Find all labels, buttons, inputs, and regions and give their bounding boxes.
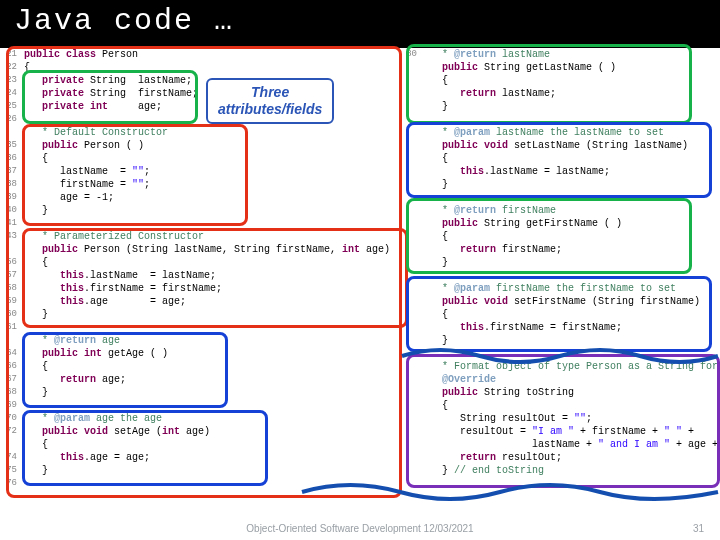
- line-number: 72: [0, 425, 17, 438]
- code-line: public String getLastName ( ): [424, 61, 720, 74]
- line-number: 68: [0, 386, 17, 399]
- line-number: 37: [0, 165, 17, 178]
- line-number: [400, 87, 417, 100]
- code-line: [424, 347, 720, 360]
- line-number: [0, 126, 17, 139]
- line-number: [400, 295, 417, 308]
- line-number: [400, 217, 417, 230]
- line-number: [400, 230, 417, 243]
- line-number: [400, 412, 417, 425]
- line-number: 56: [0, 256, 17, 269]
- code-line: {: [24, 152, 400, 165]
- line-number: 60: [0, 308, 17, 321]
- line-number: [400, 191, 417, 204]
- code-line: {: [24, 61, 400, 74]
- code-line: firstName = "";: [24, 178, 400, 191]
- code-line: public Person ( ): [24, 139, 400, 152]
- code-line: [424, 191, 720, 204]
- line-number: [400, 282, 417, 295]
- line-number: 26: [0, 113, 17, 126]
- line-number: [0, 438, 17, 451]
- line-number: [0, 243, 17, 256]
- line-number: [400, 451, 417, 464]
- code-line: }: [24, 308, 400, 321]
- line-number: 61: [0, 321, 17, 334]
- code-line: * Format object of type Person as a Stri…: [424, 360, 720, 373]
- line-number: 24: [0, 87, 17, 100]
- line-number: 43: [0, 230, 17, 243]
- code-line: this.age = age;: [24, 451, 400, 464]
- code-line: [24, 477, 400, 490]
- code-line: }: [24, 464, 400, 477]
- code-line: {: [424, 308, 720, 321]
- code-line: {: [24, 438, 400, 451]
- slide-title: Java code …: [0, 0, 720, 48]
- code-line: }: [424, 256, 720, 269]
- line-number: 23: [0, 74, 17, 87]
- line-number: 70: [0, 412, 17, 425]
- line-number: [400, 321, 417, 334]
- code-line: public String getFirstName ( ): [424, 217, 720, 230]
- code-line: * @return lastName: [424, 48, 720, 61]
- code-line: * @return age: [24, 334, 400, 347]
- code-line: age = -1;: [24, 191, 400, 204]
- code-line: public Person (String lastName, String f…: [24, 243, 400, 256]
- line-number: [400, 178, 417, 191]
- code-line: {: [24, 256, 400, 269]
- line-number: 69: [0, 399, 17, 412]
- line-number: [400, 204, 417, 217]
- line-number: [400, 126, 417, 139]
- code-line: {: [24, 360, 400, 373]
- line-number: [400, 74, 417, 87]
- line-number: [400, 113, 417, 126]
- line-number: [400, 165, 417, 178]
- code-line: return firstName;: [424, 243, 720, 256]
- code-line: * Default Constructor: [24, 126, 400, 139]
- code-line: public class Person: [24, 48, 400, 61]
- code-line: public int getAge ( ): [24, 347, 400, 360]
- line-number: 22: [0, 61, 17, 74]
- line-number: [400, 399, 417, 412]
- line-number: 58: [0, 282, 17, 295]
- line-number: 67: [0, 373, 17, 386]
- code-line: this.age = age;: [24, 295, 400, 308]
- code-line: this.firstName = firstName;: [24, 282, 400, 295]
- line-number: 76: [0, 477, 17, 490]
- code-line: }: [424, 178, 720, 191]
- code-line: public void setFirstName (String firstNa…: [424, 295, 720, 308]
- code-line: [424, 269, 720, 282]
- code-line: } // end toString: [424, 464, 720, 477]
- code-line: [24, 321, 400, 334]
- code-line: [24, 399, 400, 412]
- line-number: [400, 334, 417, 347]
- code-line: String resultOut = "";: [424, 412, 720, 425]
- code-line: return resultOut;: [424, 451, 720, 464]
- line-number: [0, 334, 17, 347]
- line-number: [400, 425, 417, 438]
- line-number: 75: [0, 464, 17, 477]
- code-line: public String toString: [424, 386, 720, 399]
- callout-fields: Three attributes/fields: [206, 78, 334, 124]
- code-line: this.lastName = lastName;: [24, 269, 400, 282]
- code-body-right: * @return lastName public String getLast…: [424, 48, 720, 477]
- code-area: 2122232425263536373839404143565758596061…: [0, 48, 720, 540]
- line-number: 66: [0, 360, 17, 373]
- callout-line2: attributes/fields: [218, 101, 322, 117]
- code-line: this.lastName = lastName;: [424, 165, 720, 178]
- line-number: 39: [0, 191, 17, 204]
- code-line: public void setLastName (String lastName…: [424, 139, 720, 152]
- code-line: public void setAge (int age): [24, 425, 400, 438]
- line-number: 25: [0, 100, 17, 113]
- line-number: [400, 308, 417, 321]
- code-line: }: [424, 100, 720, 113]
- line-number: [400, 100, 417, 113]
- line-number: 59: [0, 295, 17, 308]
- code-line: {: [424, 74, 720, 87]
- line-number: [400, 438, 417, 451]
- line-number: [400, 386, 417, 399]
- line-number: 74: [0, 451, 17, 464]
- code-line: * @return firstName: [424, 204, 720, 217]
- line-number: 80: [400, 48, 417, 61]
- line-number: [400, 269, 417, 282]
- line-number: 21: [0, 48, 17, 61]
